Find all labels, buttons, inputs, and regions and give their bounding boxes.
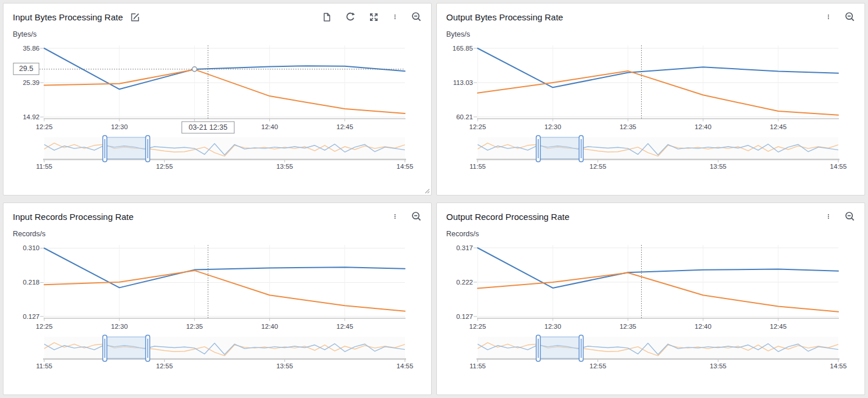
dashboard-grid: Input Bytes Processing RateBytes/s35.862… xyxy=(0,0,868,398)
y-tick-label: 0.127 xyxy=(23,313,40,320)
y-tick-label: 0.127 xyxy=(456,313,473,320)
x-tick-label: 12:25 xyxy=(469,123,486,130)
x-tick-label: 12:30 xyxy=(111,323,128,330)
x-tick-label: 12:40 xyxy=(695,123,712,130)
kebab-icon[interactable] xyxy=(392,211,398,222)
panel-title: Output Record Processing Rate xyxy=(446,212,570,222)
file-icon-glyph xyxy=(322,12,332,22)
x-tick-label: 12:45 xyxy=(770,123,787,130)
x-tick-label: 12:40 xyxy=(261,123,278,130)
zoom-out-icon[interactable] xyxy=(411,211,422,222)
expand-icon[interactable] xyxy=(369,12,379,22)
overview-tick-label: 12:55 xyxy=(156,363,173,369)
expand-icon-glyph xyxy=(369,12,379,22)
kebab-icon[interactable] xyxy=(392,12,398,22)
chart-canvas: 35.8625.3914.9212:2512:3012:3512:4012:45… xyxy=(13,41,422,175)
overview-tick-label: 11:55 xyxy=(36,363,52,369)
panel-input-records-processing-rate: Input Records Processing RateRecords/s0.… xyxy=(3,202,432,395)
x-tick-label: 12:45 xyxy=(336,123,353,130)
panel-title: Input Records Processing Rate xyxy=(13,212,134,222)
panel-toolbar xyxy=(322,12,422,22)
panel-title-group: Input Records Processing Rate xyxy=(13,212,134,222)
x-tick-label: 12:45 xyxy=(336,323,353,330)
panel-title: Output Bytes Processing Rate xyxy=(446,12,563,22)
zoom-out-icon[interactable] xyxy=(845,211,855,222)
file-icon[interactable] xyxy=(322,12,332,22)
kebab-icon[interactable] xyxy=(826,12,831,22)
brush-selection[interactable] xyxy=(105,137,148,159)
y-axis-unit-label: Records/s xyxy=(13,230,431,238)
overview-tick-label: 12:55 xyxy=(156,163,173,170)
panel-toolbar xyxy=(826,211,855,222)
panel-title-group: Output Bytes Processing Rate xyxy=(446,12,563,22)
overview-tick-label: 12:55 xyxy=(589,363,606,369)
x-tick-label: 12:25 xyxy=(36,123,53,130)
x-tick-label: 12:25 xyxy=(36,323,53,330)
panel-title: Input Bytes Processing Rate xyxy=(13,12,123,22)
y-tick-label: 14.92 xyxy=(23,113,40,120)
zoom-out-icon[interactable] xyxy=(845,12,855,22)
y-tick-label: 60.21 xyxy=(456,113,473,120)
edit-icon[interactable] xyxy=(130,12,140,22)
panel-output-bytes-processing-rate: Output Bytes Processing RateBytes/s165.8… xyxy=(436,3,865,196)
y-axis-unit-label: Bytes/s xyxy=(13,30,431,38)
panel-input-bytes-processing-rate: Input Bytes Processing RateBytes/s35.862… xyxy=(3,3,432,196)
y-axis-unit-label: Bytes/s xyxy=(446,30,865,38)
overview-tick-label: 11:55 xyxy=(469,363,486,369)
panel-toolbar xyxy=(392,211,422,222)
panel-header: Input Bytes Processing Rate xyxy=(3,3,431,23)
x-tick-label: 12:35 xyxy=(186,323,203,330)
panel-title-group: Input Bytes Processing Rate xyxy=(13,12,140,22)
zoom-out-icon-glyph xyxy=(845,12,855,22)
panel-output-record-processing-rate: Output Record Processing RateRecords/s0.… xyxy=(436,202,865,395)
resize-handle[interactable] xyxy=(424,187,430,194)
plot-hover-area[interactable] xyxy=(44,245,405,318)
panel-header: Input Records Processing Rate xyxy=(3,203,431,223)
brush-selection[interactable] xyxy=(538,337,581,358)
zoom-out-icon-glyph xyxy=(411,12,422,22)
y-tick-label: 0.317 xyxy=(456,244,473,251)
kebab-icon-glyph xyxy=(826,211,831,222)
kebab-icon-glyph xyxy=(826,12,831,22)
overview-tick-label: 14:55 xyxy=(830,163,847,170)
y-tick-label: 113.03 xyxy=(453,79,473,86)
plot-hover-area[interactable] xyxy=(478,245,838,318)
y-axis-unit-label: Records/s xyxy=(446,230,865,238)
brush-selection[interactable] xyxy=(105,337,148,358)
overview-tick-label: 12:55 xyxy=(589,163,606,170)
y-tick-label: 0.310 xyxy=(23,244,40,251)
overview-tick-label: 13:55 xyxy=(276,163,293,170)
x-tick-label: 12:35 xyxy=(620,323,636,330)
y-tick-label: 165.85 xyxy=(453,45,473,52)
zoom-out-icon-glyph xyxy=(411,211,422,222)
y-tick-label: 25.39 xyxy=(23,79,40,86)
refresh-icon[interactable] xyxy=(345,12,355,22)
chart-canvas: 165.85113.0360.2112:2512:3012:3512:4012:… xyxy=(446,41,856,175)
x-tick-label: 12:35 xyxy=(620,123,636,130)
plot-hover-area[interactable] xyxy=(44,45,405,119)
zoom-out-icon[interactable] xyxy=(411,12,422,22)
y-tick-label: 35.86 xyxy=(23,45,40,52)
zoom-out-icon-glyph xyxy=(845,211,855,222)
crosshair-x-tooltip-label: 03-21 12:35 xyxy=(188,123,227,132)
plot-hover-area[interactable] xyxy=(478,45,838,119)
panel-header: Output Bytes Processing Rate xyxy=(437,3,865,23)
overview-tick-label: 13:55 xyxy=(276,363,293,369)
x-tick-label: 12:30 xyxy=(111,123,128,130)
brush-selection[interactable] xyxy=(538,137,581,159)
x-tick-label: 12:30 xyxy=(545,123,561,130)
overview-tick-label: 13:55 xyxy=(710,163,727,170)
overview-tick-label: 14:55 xyxy=(830,363,847,369)
x-tick-label: 12:40 xyxy=(695,323,712,330)
x-tick-label: 12:30 xyxy=(545,323,561,330)
y-tick-label: 0.218 xyxy=(23,279,40,286)
overview-tick-label: 14:55 xyxy=(397,163,414,170)
kebab-icon[interactable] xyxy=(826,211,831,222)
kebab-icon-glyph xyxy=(392,211,398,222)
overview-tick-label: 14:55 xyxy=(397,363,414,369)
edit-icon-glyph xyxy=(130,12,140,22)
overview-tick-label: 13:55 xyxy=(710,363,727,369)
panel-title-group: Output Record Processing Rate xyxy=(446,212,570,222)
panel-header: Output Record Processing Rate xyxy=(437,203,865,223)
overview-tick-label: 11:55 xyxy=(36,163,52,170)
